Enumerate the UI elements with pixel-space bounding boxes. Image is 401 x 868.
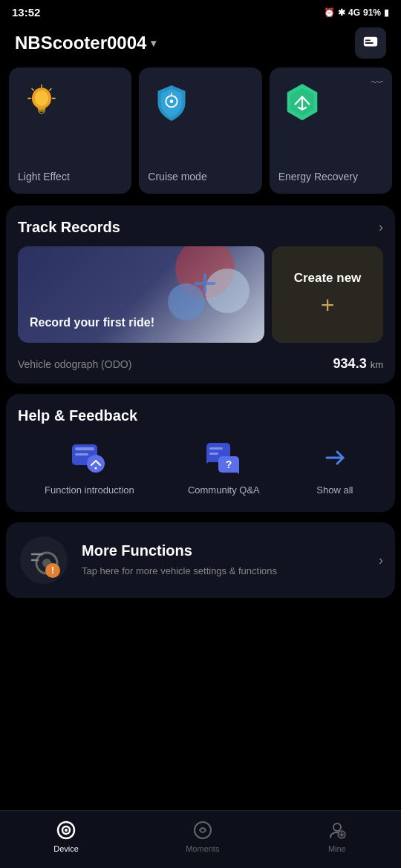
help-title: Help & Feedback xyxy=(18,407,137,424)
bottom-navigation: Device Moments Mine xyxy=(0,810,401,868)
svg-rect-0 xyxy=(364,37,377,47)
community-qa-label: Community Q&A xyxy=(188,484,260,497)
svg-rect-27 xyxy=(209,453,218,455)
first-ride-card[interactable]: Record your first ride! xyxy=(18,246,264,343)
svg-rect-21 xyxy=(75,447,94,450)
app-header: NBScooter0004 ▾ xyxy=(0,22,401,68)
svg-point-24 xyxy=(95,467,97,470)
more-functions-desc: Tap here for more vehicle settings & fun… xyxy=(82,564,367,579)
energy-icon xyxy=(278,79,326,127)
cruise-mode-label: Cruise mode xyxy=(148,170,206,183)
svg-rect-5 xyxy=(38,108,45,111)
svg-rect-22 xyxy=(75,453,88,456)
track-records-arrow-icon[interactable]: › xyxy=(379,220,383,235)
svg-rect-6 xyxy=(38,110,45,112)
signal-icon: 4G xyxy=(348,7,360,18)
feature-cards-row: Light Effect Cruise mode 〰 xyxy=(0,68,401,206)
odo-row: Vehicle odograph (ODO) 934.3 km xyxy=(18,353,383,372)
more-functions-title: More Functions xyxy=(82,542,367,559)
shield-icon xyxy=(148,79,195,127)
help-items-row: Function introduction ? Community Q&A xyxy=(18,439,383,497)
odo-value: 934.3 km xyxy=(333,356,383,372)
feature-card-cruise-mode[interactable]: Cruise mode xyxy=(139,68,261,194)
more-functions-text: More Functions Tap here for more vehicle… xyxy=(82,542,367,579)
alarm-icon: ⏰ xyxy=(324,7,335,18)
svg-text:?: ? xyxy=(226,458,232,470)
svg-rect-26 xyxy=(209,447,223,450)
help-item-community-qa[interactable]: ? Community Q&A xyxy=(188,439,260,497)
battery-icon: ▮ xyxy=(384,7,389,18)
svg-rect-19 xyxy=(195,282,215,285)
svg-point-40 xyxy=(65,829,68,832)
odo-unit: km xyxy=(371,359,383,370)
status-time: 13:52 xyxy=(12,6,40,19)
light-effect-label: Light Effect xyxy=(18,170,70,183)
track-records-section: Track Records › Record your first ride! xyxy=(6,206,395,384)
svg-point-13 xyxy=(170,99,174,103)
track-records-header: Track Records › xyxy=(18,219,383,236)
status-icons: ⏰ ✱ 4G 91% ▮ xyxy=(324,7,389,18)
more-functions-icon: ! xyxy=(18,534,70,586)
first-ride-text: Record your first ride! xyxy=(30,315,252,331)
device-nav-label: Device xyxy=(53,844,79,853)
svg-line-9 xyxy=(49,89,51,91)
help-item-show-all[interactable]: Show all xyxy=(313,439,356,497)
bluetooth-icon: ✱ xyxy=(338,7,345,18)
message-button[interactable] xyxy=(355,27,386,59)
nav-item-mine[interactable]: Mine xyxy=(327,820,348,853)
device-name[interactable]: NBScooter0004 ▾ xyxy=(15,33,156,53)
svg-point-4 xyxy=(35,91,48,106)
track-records-title: Track Records xyxy=(18,219,120,236)
svg-rect-1 xyxy=(365,39,371,41)
feature-card-light-effect[interactable]: Light Effect xyxy=(9,68,131,194)
svg-line-8 xyxy=(32,89,34,91)
mine-nav-label: Mine xyxy=(328,844,346,853)
community-qa-icon: ? xyxy=(202,439,245,476)
feature-card-energy-recovery[interactable]: 〰 Energy Recovery xyxy=(270,68,392,194)
track-cards-row: Record your first ride! Create new + xyxy=(18,246,383,343)
battery-level: 91% xyxy=(363,7,381,18)
nav-item-device[interactable]: Device xyxy=(53,820,79,853)
mine-nav-icon xyxy=(327,820,348,841)
svg-rect-2 xyxy=(365,42,374,44)
function-intro-icon xyxy=(68,439,111,476)
status-bar: 13:52 ⏰ ✱ 4G 91% ▮ xyxy=(0,0,401,22)
show-all-label: Show all xyxy=(316,484,353,497)
create-new-card[interactable]: Create new + xyxy=(272,246,383,343)
help-item-function-intro[interactable]: Function introduction xyxy=(45,439,134,497)
svg-point-23 xyxy=(87,455,105,473)
help-feedback-section: Help & Feedback Function introduction xyxy=(6,394,395,512)
help-header: Help & Feedback xyxy=(18,407,383,424)
wave-icon: 〰 xyxy=(371,76,383,90)
more-functions-arrow-icon: › xyxy=(379,553,383,568)
moments-nav-icon xyxy=(192,820,213,841)
odo-label: Vehicle odograph (ODO) xyxy=(18,358,131,370)
moments-nav-label: Moments xyxy=(186,844,219,853)
function-intro-label: Function introduction xyxy=(45,484,134,497)
create-plus-icon: + xyxy=(321,292,335,319)
svg-text:!: ! xyxy=(51,565,54,576)
device-nav-icon xyxy=(56,820,76,841)
dropdown-arrow-icon: ▾ xyxy=(151,37,156,49)
more-functions-section[interactable]: ! More Functions Tap here for more vehic… xyxy=(6,522,395,598)
energy-recovery-label: Energy Recovery xyxy=(278,170,358,183)
svg-point-42 xyxy=(333,823,341,831)
nav-item-moments[interactable]: Moments xyxy=(186,820,219,853)
svg-point-41 xyxy=(195,822,211,838)
create-new-label: Create new xyxy=(294,271,362,286)
bulb-icon xyxy=(18,79,65,127)
message-icon xyxy=(362,35,379,51)
show-all-arrow-icon xyxy=(313,439,356,476)
